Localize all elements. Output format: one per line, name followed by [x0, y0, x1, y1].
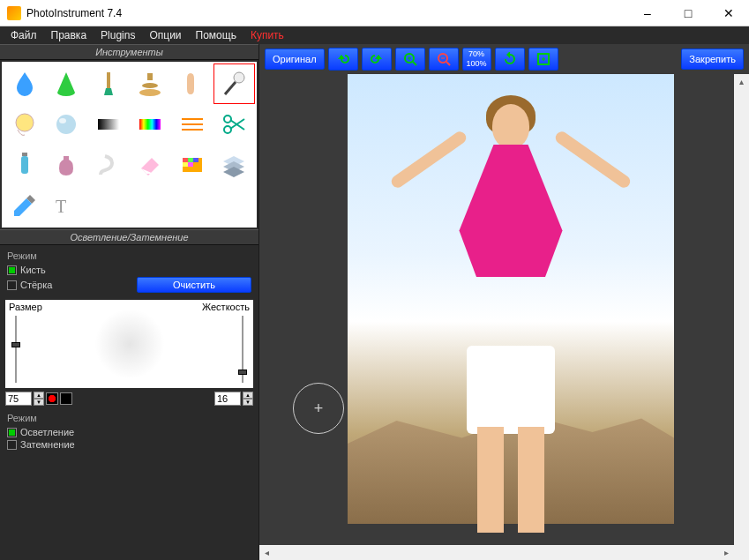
menu-buy[interactable]: Купить — [243, 27, 291, 43]
undo-button[interactable] — [328, 48, 358, 71]
svg-point-7 — [56, 115, 76, 134]
tool-dodge-burn[interactable] — [213, 63, 256, 104]
zoom-level-button[interactable]: 70%100% — [462, 48, 491, 71]
rotate-button[interactable] — [495, 48, 525, 71]
tool-bottle[interactable] — [46, 145, 88, 185]
svg-point-14 — [224, 126, 231, 133]
mode-label: Режим — [7, 250, 251, 261]
photo-canvas[interactable] — [348, 74, 674, 524]
window-title: PhotoInstrument 7.4 — [26, 7, 627, 19]
brush-preview: Размер Жесткость — [5, 300, 253, 388]
svg-rect-20 — [188, 158, 193, 162]
tool-gradient[interactable] — [87, 104, 130, 145]
menu-file[interactable]: Файл — [4, 27, 44, 43]
vertical-scrollbar[interactable]: ▴ — [734, 74, 749, 545]
tool-color-picker[interactable] — [4, 185, 46, 226]
checkbox-brush[interactable] — [7, 265, 17, 275]
tool-smudge-finger[interactable] — [171, 63, 213, 104]
brush-preview-circle — [94, 309, 165, 379]
original-button[interactable]: Оригинал — [265, 49, 325, 70]
size-input[interactable] — [5, 392, 32, 406]
tool-eraser[interactable] — [130, 145, 172, 185]
tool-spiral-bulb[interactable] — [87, 145, 130, 185]
svg-rect-19 — [183, 158, 188, 162]
svg-point-2 — [142, 83, 158, 88]
tool-brush[interactable] — [87, 63, 130, 104]
svg-point-15 — [224, 116, 231, 123]
menu-help[interactable]: Помощь — [189, 27, 243, 43]
titlebar: PhotoInstrument 7.4 – □ ✕ — [0, 0, 749, 26]
checkbox-eraser-label: Стёрка — [20, 280, 52, 290]
menubar: Файл Правка Plugins Опции Помощь Купить — [0, 26, 749, 44]
scroll-up-icon[interactable]: ▴ — [734, 74, 749, 89]
svg-rect-16 — [21, 156, 28, 174]
svg-text:T: T — [56, 197, 66, 216]
size-slider[interactable] — [11, 316, 21, 383]
hardness-slider[interactable] — [237, 316, 248, 383]
svg-rect-22 — [183, 162, 188, 167]
tool-blur-drop[interactable] — [4, 63, 46, 104]
menu-plugins[interactable]: Plugins — [94, 27, 142, 43]
svg-rect-9 — [98, 119, 119, 130]
tools-palette: T — [2, 62, 257, 228]
svg-line-5 — [225, 82, 236, 94]
svg-point-4 — [234, 72, 244, 83]
canvas-area: Оригинал 70%100% Закрепить — [259, 44, 749, 560]
hardness-input[interactable] — [214, 392, 241, 406]
top-toolbar: Оригинал 70%100% Закрепить — [259, 44, 749, 74]
svg-line-26 — [413, 62, 416, 65]
tool-lines[interactable] — [171, 104, 213, 145]
zoom-in-button[interactable] — [395, 48, 425, 71]
tool-tube-blue[interactable] — [4, 145, 46, 185]
color-swatch-1[interactable] — [46, 392, 58, 405]
menu-edit[interactable]: Правка — [44, 27, 94, 43]
pin-button[interactable]: Закрепить — [681, 49, 744, 70]
viewport[interactable]: + ▴ ◂ ▸ — [259, 74, 749, 560]
scroll-left-icon[interactable]: ◂ — [259, 545, 274, 560]
svg-point-8 — [59, 118, 66, 123]
hardness-label: Жесткость — [202, 302, 250, 312]
svg-rect-0 — [107, 72, 110, 88]
svg-rect-23 — [188, 162, 193, 167]
zoom-out-button[interactable] — [429, 48, 459, 71]
svg-rect-1 — [147, 73, 153, 80]
tool-scissors[interactable] — [213, 104, 256, 145]
close-button[interactable]: ✕ — [708, 0, 749, 26]
menu-options[interactable]: Опции — [142, 27, 188, 43]
tool-text[interactable]: T — [46, 185, 88, 226]
tool-sharpen-cone[interactable] — [46, 63, 88, 104]
scroll-right-icon[interactable]: ▸ — [719, 545, 734, 560]
checkbox-darken[interactable] — [7, 440, 17, 450]
fit-button[interactable] — [528, 48, 558, 71]
clear-button[interactable]: Очистить — [137, 277, 251, 293]
tool-layers[interactable] — [213, 145, 256, 185]
tool-sphere[interactable] — [46, 104, 88, 145]
maximize-button[interactable]: □ — [668, 0, 708, 26]
checkbox-lighten-label: Осветление — [20, 427, 74, 437]
svg-rect-10 — [139, 119, 161, 130]
left-panel: Инструменты — [0, 44, 259, 560]
svg-rect-21 — [193, 158, 198, 162]
app-icon — [7, 6, 21, 20]
tool-rainbow[interactable] — [130, 104, 172, 145]
checkbox-lighten[interactable] — [7, 428, 17, 437]
hardness-spinner[interactable]: ▲▼ — [243, 392, 253, 406]
checkbox-eraser[interactable] — [7, 280, 17, 290]
tools-panel-header: Инструменты — [0, 44, 258, 60]
horizontal-scrollbar[interactable]: ◂ ▸ — [259, 545, 734, 560]
redo-button[interactable] — [362, 48, 392, 71]
tool-mosaic[interactable] — [171, 145, 213, 185]
checkbox-darken-label: Затемнение — [20, 439, 75, 450]
size-spinner[interactable]: ▲▼ — [34, 392, 44, 406]
scroll-corner — [734, 545, 749, 560]
size-label: Размер — [9, 302, 42, 312]
svg-rect-17 — [22, 153, 27, 156]
minimize-button[interactable]: – — [627, 0, 668, 26]
svg-point-6 — [16, 114, 34, 131]
tool-options-header: Осветление/Затемнение — [0, 229, 258, 245]
tool-clock[interactable] — [4, 104, 46, 145]
brush-cursor: + — [293, 383, 344, 434]
color-swatch-2[interactable] — [60, 392, 72, 405]
svg-point-3 — [139, 89, 161, 96]
tool-clone-stamp[interactable] — [130, 63, 172, 104]
